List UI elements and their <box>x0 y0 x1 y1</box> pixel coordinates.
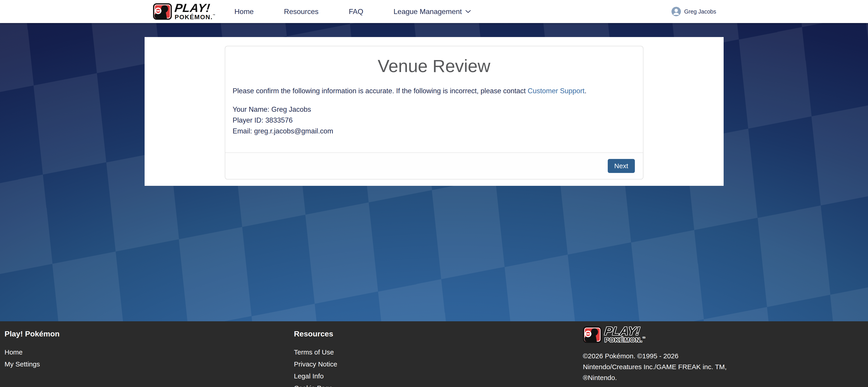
player-id-value: 3833576 <box>266 116 293 124</box>
footer-heading-play-pokemon: Play! Pokémon <box>4 329 294 338</box>
footer-links-play-pokemon: Home My Settings <box>4 347 294 371</box>
chevron-down-icon <box>465 10 471 13</box>
pokeball-trainer-badge-icon <box>153 3 172 20</box>
next-button[interactable]: Next <box>608 159 635 173</box>
nav-item-faq[interactable]: FAQ <box>349 7 363 16</box>
primary-nav-links: Home Resources FAQ League Management <box>234 7 471 16</box>
footer-link-cookie-page[interactable]: Cookie Page <box>294 384 333 387</box>
venue-review-card-body: Venue Review Please confirm the followin… <box>225 46 643 152</box>
footer-link-terms-of-use[interactable]: Terms of Use <box>294 348 334 356</box>
user-account-menu[interactable]: Greg Jacobs <box>672 7 716 16</box>
logo-pokemon-text: POKÉMON.™ <box>175 14 216 20</box>
footer-logo-wordmark: PLAY! POKÉMON.™ <box>604 326 646 344</box>
footer-logo-play-text: PLAY! <box>604 326 646 336</box>
footer-column-play-pokemon: Play! Pokémon Home My Settings <box>4 329 294 387</box>
footer-trademark-symbol: ™ <box>643 337 646 340</box>
footer-column-legal: PLAY! POKÉMON.™ ©2026 Pokémon. ©1995 - 2… <box>583 326 859 387</box>
footer-logo-pokemon-text: POKÉMON.™ <box>604 337 646 343</box>
nav-item-resources[interactable]: Resources <box>284 7 318 16</box>
venue-review-card: Venue Review Please confirm the followin… <box>225 46 644 180</box>
footer-link-legal-info[interactable]: Legal Info <box>294 372 324 380</box>
footer-link-privacy-notice[interactable]: Privacy Notice <box>294 360 337 368</box>
top-navigation-bar: PLAY! POKÉMON.™ Home Resources FAQ Leagu… <box>0 0 868 23</box>
footer-links-resources: Terms of Use Privacy Notice Legal Info C… <box>294 347 583 387</box>
page-title: Venue Review <box>233 56 636 76</box>
confirmation-instructions: Please confirm the following information… <box>233 86 636 96</box>
content-wrapper: Venue Review Please confirm the followin… <box>145 37 724 186</box>
nav-item-home[interactable]: Home <box>234 7 253 16</box>
play-pokemon-logo[interactable]: PLAY! POKÉMON.™ <box>153 3 216 20</box>
footer-column-resources: Resources Terms of Use Privacy Notice Le… <box>294 329 583 387</box>
footer-link-home[interactable]: Home <box>4 348 23 356</box>
player-id-row: Player ID:3833576 <box>233 115 636 126</box>
footer-heading-resources: Resources <box>294 329 583 338</box>
user-avatar-icon <box>672 7 681 16</box>
logo-wordmark: PLAY! POKÉMON.™ <box>175 3 216 20</box>
email-label: Email: <box>233 127 252 135</box>
player-id-label: Player ID: <box>233 116 264 124</box>
footer-play-pokemon-logo: PLAY! POKÉMON.™ <box>583 326 646 344</box>
trademark-symbol: ™ <box>213 14 216 17</box>
your-name-row: Your Name:Greg Jacobs <box>233 104 636 115</box>
email-value: greg.r.jacobs@gmail.com <box>254 127 333 135</box>
your-name-value: Greg Jacobs <box>271 105 311 114</box>
email-row: Email:greg.r.jacobs@gmail.com <box>233 126 636 137</box>
footer-pokeball-trainer-badge-icon <box>583 326 602 343</box>
player-info-block: Your Name:Greg Jacobs Player ID:3833576 … <box>233 104 636 146</box>
main-content: Venue Review Please confirm the followin… <box>0 37 868 186</box>
user-name-label: Greg Jacobs <box>684 8 716 15</box>
your-name-label: Your Name: <box>233 105 270 114</box>
card-footer: Next <box>225 152 643 179</box>
nav-item-league-management[interactable]: League Management <box>394 7 471 16</box>
copyright-notice: ©2026 Pokémon. ©1995 - 2026 Nintendo/Cre… <box>583 351 759 383</box>
footer-link-my-settings[interactable]: My Settings <box>4 360 40 368</box>
customer-support-link[interactable]: Customer Support <box>528 87 585 95</box>
site-footer: Play! Pokémon Home My Settings Resources… <box>0 321 868 387</box>
logo-play-text: PLAY! <box>174 3 216 13</box>
